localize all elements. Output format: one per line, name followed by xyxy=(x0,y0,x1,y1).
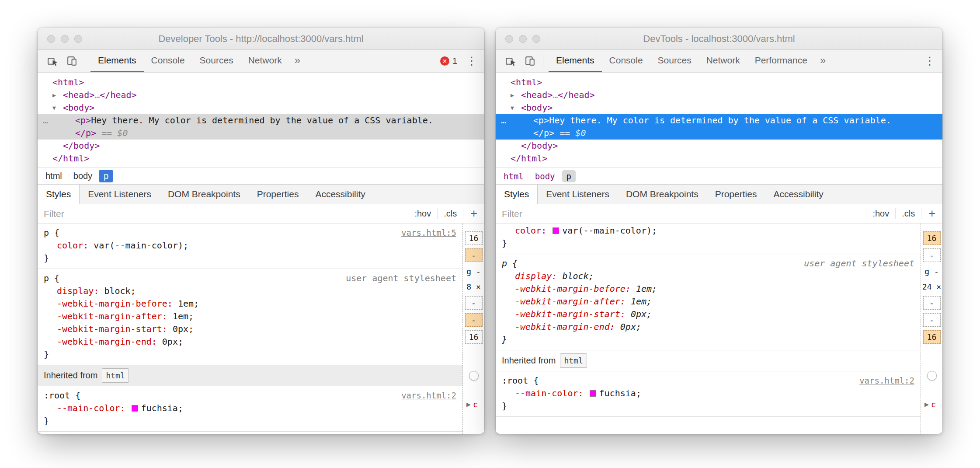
kebab-menu-icon[interactable]: ⋮ xyxy=(924,54,935,68)
styles-filter-input[interactable]: Filter xyxy=(38,209,408,219)
css-property-name[interactable]: -webkit-margin-after: xyxy=(57,311,167,321)
css-property[interactable]: -webkit-margin-start: 0px; xyxy=(44,323,456,335)
sidebar-tab-event-listeners[interactable]: Event Listeners xyxy=(80,185,160,204)
element-state-circle[interactable] xyxy=(927,371,937,381)
css-property[interactable]: -webkit-margin-end: 0px; xyxy=(44,335,456,348)
tab-network[interactable]: Network xyxy=(699,50,747,72)
dom-node-line[interactable]: <html> xyxy=(496,76,942,89)
css-property[interactable]: -webkit-margin-before: 1em; xyxy=(502,283,914,295)
css-property-name[interactable]: -webkit-margin-end: xyxy=(57,336,157,347)
sidebar-tab-properties[interactable]: Properties xyxy=(707,185,765,204)
css-property-name[interactable]: color: xyxy=(515,225,546,236)
device-toolbar-icon[interactable] xyxy=(520,50,539,72)
kebab-menu-icon[interactable]: ⋮ xyxy=(466,54,477,68)
css-property[interactable]: -webkit-margin-after: 1em; xyxy=(44,310,456,323)
css-property[interactable]: -webkit-margin-after: 1em; xyxy=(502,295,914,308)
css-property[interactable]: --main-color: fuchsia; xyxy=(44,402,456,415)
crumb-body[interactable]: body xyxy=(69,170,97,182)
tab-elements[interactable]: Elements xyxy=(90,50,144,72)
sidebar-tab-dom-breakpoints[interactable]: DOM Breakpoints xyxy=(160,185,249,204)
css-property-name[interactable]: display: xyxy=(515,271,557,281)
dom-node-line[interactable]: </html> xyxy=(38,152,484,165)
titlebar[interactable]: DevTools - localhost:3000/vars.html xyxy=(496,28,942,50)
css-property-value[interactable]: block; xyxy=(562,271,594,281)
dom-node-line[interactable]: </body> xyxy=(38,140,484,152)
tab-elements[interactable]: Elements xyxy=(549,50,602,72)
expander-triangle-icon[interactable]: ▶ xyxy=(924,401,929,408)
disclosure-triangle[interactable]: ▶ xyxy=(52,89,56,101)
tab-console[interactable]: Console xyxy=(144,50,192,72)
color-swatch[interactable] xyxy=(132,405,138,412)
css-property[interactable]: display: block; xyxy=(502,270,914,283)
sidebar-tab-dom-breakpoints[interactable]: DOM Breakpoints xyxy=(618,185,707,204)
css-property-value[interactable]: 1em; xyxy=(631,296,652,307)
css-property-value[interactable]: 0px; xyxy=(631,309,652,319)
stylesheet-link[interactable]: vars.html:2 xyxy=(401,389,456,402)
rule-selector[interactable]: p { xyxy=(44,227,59,239)
close-button[interactable] xyxy=(47,35,55,43)
css-property[interactable]: color: var(--main-color); xyxy=(502,224,914,237)
rule-selector[interactable]: :root { xyxy=(502,374,539,387)
css-property-value[interactable]: var(--main-color); xyxy=(94,240,188,251)
css-property[interactable]: --main-color: fuchsia; xyxy=(502,387,914,400)
color-swatch[interactable] xyxy=(553,227,559,234)
css-property-name[interactable]: color: xyxy=(57,240,88,251)
dom-node-line[interactable]: ▼<body> xyxy=(496,101,942,114)
dom-node-line[interactable]: <html> xyxy=(38,76,484,89)
inherited-node-link[interactable]: html xyxy=(560,353,587,368)
tab-network[interactable]: Network xyxy=(241,50,289,72)
rule-selector[interactable]: :root { xyxy=(44,389,80,402)
expander-triangle-icon[interactable]: ▶ xyxy=(466,401,471,408)
error-badge[interactable]: ✕ 1 xyxy=(440,56,457,66)
css-property-value[interactable]: 1em; xyxy=(178,298,199,309)
toggle-cls-button[interactable]: .cls xyxy=(895,208,921,220)
css-property-name[interactable]: -webkit-margin-end: xyxy=(515,321,615,332)
css-property-value[interactable]: fuchsia; xyxy=(599,388,641,398)
css-property-value[interactable]: 0px; xyxy=(620,321,641,332)
dom-node-line[interactable]: ▶<head>…</head> xyxy=(496,89,942,101)
new-style-rule-button[interactable]: + xyxy=(921,208,942,220)
dom-node-line[interactable]: </p> == $0 xyxy=(496,127,942,140)
css-property-value[interactable]: 1em; xyxy=(173,311,194,321)
sidebar-tab-styles[interactable]: Styles xyxy=(38,185,80,204)
zoom-button[interactable] xyxy=(74,35,82,43)
css-property[interactable]: display: block; xyxy=(44,285,456,297)
toggle-hov-button[interactable]: :hov xyxy=(866,208,895,220)
close-button[interactable] xyxy=(505,35,513,43)
css-property-name[interactable]: -webkit-margin-start: xyxy=(57,324,167,334)
dom-node-line[interactable]: …<p>Hey there. My color is determined by… xyxy=(38,114,484,127)
dom-node-line[interactable]: </html> xyxy=(496,152,942,165)
color-swatch[interactable] xyxy=(590,390,596,397)
node-overflow-ellipsis[interactable]: … xyxy=(501,114,506,127)
sidebar-tab-accessibility[interactable]: Accessibility xyxy=(765,185,831,204)
element-state-circle[interactable] xyxy=(469,371,479,381)
css-property-value[interactable]: var(--main-color); xyxy=(562,225,657,236)
css-property-name[interactable]: -webkit-margin-after: xyxy=(515,296,626,307)
css-property-value[interactable]: 1em; xyxy=(636,283,657,294)
more-panels-chevron[interactable]: » xyxy=(815,50,831,72)
toggle-cls-button[interactable]: .cls xyxy=(437,208,463,220)
inspect-element-icon[interactable] xyxy=(501,50,520,72)
disclosure-triangle[interactable]: ▶ xyxy=(511,89,514,101)
css-property[interactable]: -webkit-margin-start: 0px; xyxy=(502,308,914,321)
css-property-value[interactable]: 0px; xyxy=(162,336,183,347)
minimize-button[interactable] xyxy=(519,35,527,43)
css-property[interactable]: color: var(--main-color); xyxy=(44,239,456,252)
stylesheet-link[interactable]: vars.html:2 xyxy=(859,374,914,387)
toggle-hov-button[interactable]: :hov xyxy=(408,208,437,220)
css-property-name[interactable]: -webkit-margin-before: xyxy=(57,298,173,309)
styles-filter-input[interactable]: Filter xyxy=(496,209,866,219)
crumb-body[interactable]: body xyxy=(531,170,560,182)
tab-console[interactable]: Console xyxy=(602,50,650,72)
css-property-name[interactable]: -webkit-margin-start: xyxy=(515,309,626,319)
crumb-html[interactable]: html xyxy=(499,170,528,182)
crumb-p[interactable]: p xyxy=(99,170,113,182)
new-style-rule-button[interactable]: + xyxy=(463,208,484,220)
dom-node-line[interactable]: …<p>Hey there. My color is determined by… xyxy=(496,114,942,127)
device-toolbar-icon[interactable] xyxy=(62,50,81,72)
dom-node-line[interactable]: </p> == $0 xyxy=(38,127,484,140)
minimize-button[interactable] xyxy=(61,35,69,43)
css-property-value[interactable]: 0px; xyxy=(173,324,194,334)
tab-sources[interactable]: Sources xyxy=(192,50,241,72)
dom-node-line[interactable]: ▼<body> xyxy=(38,101,484,114)
